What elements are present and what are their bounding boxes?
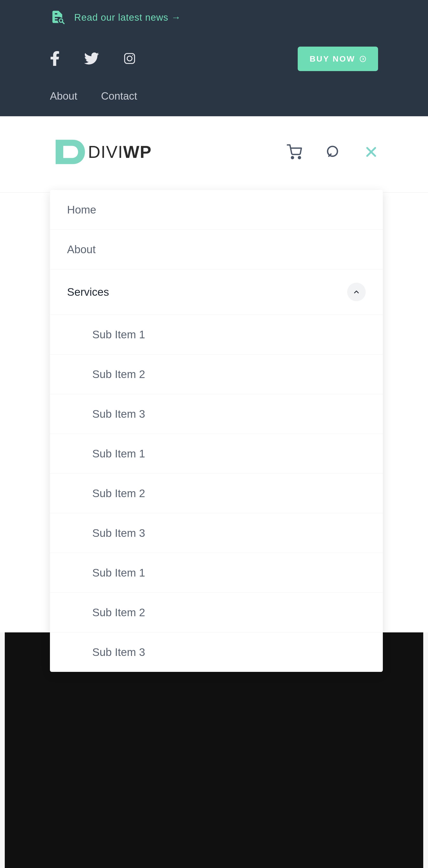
svg-point-5 bbox=[360, 56, 365, 62]
topbar-link-about[interactable]: About bbox=[50, 90, 77, 102]
sub-item-label: Sub Item 2 bbox=[92, 368, 145, 381]
sub-item[interactable]: Sub Item 2 bbox=[50, 354, 383, 394]
sub-item-label: Sub Item 3 bbox=[92, 527, 145, 539]
collapse-toggle[interactable] bbox=[347, 283, 366, 301]
logo-text: DIVIWP bbox=[88, 142, 152, 162]
instagram-icon[interactable] bbox=[123, 52, 136, 66]
sub-item-label: Sub Item 2 bbox=[92, 487, 145, 500]
sub-item[interactable]: Sub Item 1 bbox=[50, 434, 383, 473]
topbar-news-row: Read our latest news → bbox=[50, 9, 378, 25]
topbar-link-contact[interactable]: Contact bbox=[101, 90, 137, 102]
topbar-links: About Contact bbox=[50, 90, 378, 102]
svg-point-6 bbox=[292, 157, 294, 159]
buy-now-button[interactable]: BUY NOW bbox=[298, 46, 378, 71]
document-search-icon bbox=[50, 9, 65, 25]
news-link[interactable]: Read our latest news → bbox=[74, 12, 181, 23]
arrow-circle-icon bbox=[360, 56, 366, 62]
svg-point-8 bbox=[328, 147, 337, 156]
sub-item[interactable]: Sub Item 1 bbox=[50, 553, 383, 593]
sub-item[interactable]: Sub Item 1 bbox=[50, 315, 383, 354]
menu-item-label: About bbox=[67, 243, 96, 256]
mobile-menu-panel: Home About Services Sub Item 1 Sub Item … bbox=[50, 190, 383, 672]
sub-item[interactable]: Sub Item 2 bbox=[50, 473, 383, 513]
topbar: Read our latest news → BUY NOW bbox=[0, 0, 428, 116]
sub-item[interactable]: Sub Item 3 bbox=[50, 632, 383, 672]
svg-point-7 bbox=[298, 157, 301, 159]
logo[interactable]: DIVIWP bbox=[50, 133, 152, 171]
sub-item[interactable]: Sub Item 3 bbox=[50, 394, 383, 434]
sub-item-label: Sub Item 1 bbox=[92, 328, 145, 341]
topbar-social-row: BUY NOW bbox=[50, 46, 378, 71]
sub-item[interactable]: Sub Item 2 bbox=[50, 593, 383, 632]
chevron-up-icon bbox=[353, 288, 360, 296]
buy-now-label: BUY NOW bbox=[310, 54, 355, 63]
cart-icon[interactable] bbox=[287, 144, 302, 159]
menu-item-services[interactable]: Services bbox=[50, 269, 383, 315]
menu-item-home[interactable]: Home bbox=[50, 190, 383, 230]
menu-item-label: Home bbox=[67, 203, 96, 216]
facebook-icon[interactable] bbox=[50, 51, 60, 67]
svg-line-1 bbox=[62, 22, 64, 24]
search-icon[interactable] bbox=[326, 145, 340, 159]
menu-item-label: Services bbox=[67, 285, 109, 298]
sub-item-label: Sub Item 3 bbox=[92, 646, 145, 658]
social-icons bbox=[50, 51, 136, 67]
logo-mark-icon bbox=[50, 133, 88, 171]
mainbar-icons bbox=[287, 144, 378, 159]
close-icon[interactable] bbox=[364, 145, 378, 159]
sub-item-label: Sub Item 2 bbox=[92, 606, 145, 619]
svg-point-3 bbox=[127, 56, 132, 61]
sub-item-label: Sub Item 3 bbox=[92, 407, 145, 420]
sub-item-label: Sub Item 1 bbox=[92, 447, 145, 460]
svg-point-4 bbox=[132, 55, 133, 56]
sub-item[interactable]: Sub Item 3 bbox=[50, 513, 383, 553]
twitter-icon[interactable] bbox=[84, 51, 99, 67]
svg-rect-2 bbox=[125, 54, 134, 63]
menu-item-about[interactable]: About bbox=[50, 230, 383, 269]
mainbar: DIVIWP bbox=[0, 116, 428, 193]
sub-item-label: Sub Item 1 bbox=[92, 566, 145, 579]
